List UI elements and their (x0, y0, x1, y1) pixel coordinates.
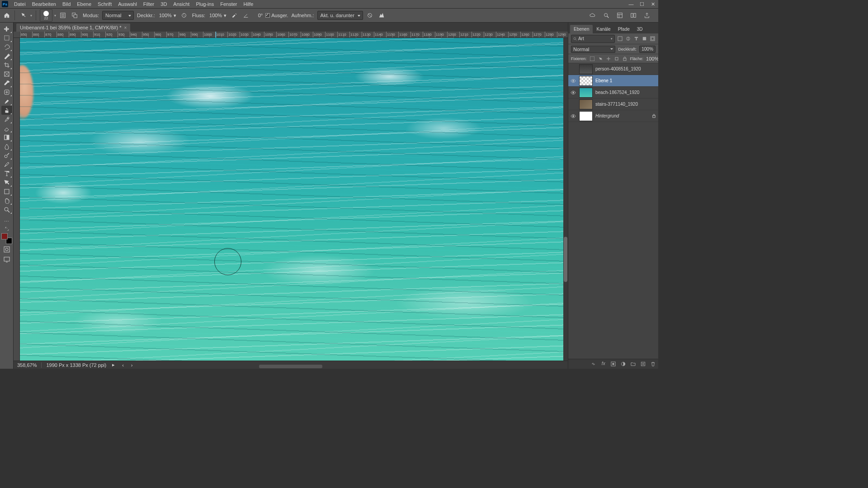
maximize-button[interactable]: ☐ (637, 0, 647, 8)
layer-row[interactable]: stairs-3771140_1920 (568, 99, 658, 110)
workspace-icon[interactable] (615, 10, 625, 20)
ruler-horizontal[interactable]: 8508608708808909009109209309409509609709… (20, 32, 568, 38)
menu-filter[interactable]: Filter (140, 0, 157, 8)
filter-adjust-icon[interactable] (625, 36, 631, 42)
layer-filter-select[interactable]: ▾ (571, 35, 615, 43)
zoom-readout[interactable]: 358,67% (17, 362, 37, 368)
layer-opacity-input[interactable]: 100% (639, 46, 656, 53)
menu-auswahl[interactable]: Auswahl (115, 0, 140, 8)
layer-fill-input[interactable]: 100% (646, 56, 658, 61)
layer-visibility-icon[interactable] (570, 89, 576, 96)
lock-all-icon[interactable] (622, 56, 627, 62)
layer-visibility-icon[interactable] (570, 101, 576, 108)
layer-style-icon[interactable]: fx (599, 361, 607, 368)
filter-type-icon[interactable] (633, 36, 639, 42)
scrollbar-thumb[interactable] (564, 237, 567, 282)
layer-mask-icon[interactable] (609, 361, 617, 368)
blend-mode-select[interactable]: Normal (102, 11, 134, 20)
menu-ansicht[interactable]: Ansicht (170, 0, 193, 8)
tool-eraser[interactable] (1, 124, 12, 133)
tool-move[interactable] (1, 24, 12, 33)
foreground-color[interactable] (1, 233, 8, 239)
canvas[interactable] (20, 38, 563, 361)
menu-plug-ins[interactable]: Plug-ins (193, 0, 217, 8)
filter-shape-icon[interactable] (641, 36, 647, 42)
layer-visibility-icon[interactable] (570, 113, 576, 119)
tool-brush[interactable] (1, 97, 12, 106)
layer-name[interactable]: Hintergrund (595, 113, 649, 118)
tool-dodge[interactable] (1, 151, 12, 160)
close-button[interactable]: ✕ (647, 0, 658, 8)
tool-hand[interactable] (1, 196, 12, 205)
opacity-input[interactable] (158, 13, 173, 18)
menu-hilfe[interactable]: Hilfe (240, 0, 256, 8)
layer-name[interactable]: person-4008516_1920 (595, 66, 656, 71)
group-icon[interactable] (629, 361, 637, 368)
lock-artboard-icon[interactable] (614, 56, 619, 62)
home-button[interactable] (3, 11, 11, 19)
menu-3d[interactable]: 3D (157, 0, 170, 8)
tool-wand[interactable] (1, 52, 12, 61)
menu-fenster[interactable]: Fenster (217, 0, 240, 8)
ruler-vertical[interactable] (14, 38, 20, 361)
layer-thumbnail[interactable] (579, 88, 593, 98)
layer-row[interactable]: Hintergrund (568, 110, 658, 122)
panel-tab-ebenen[interactable]: Ebenen (570, 25, 593, 33)
layer-name[interactable]: Ebene 1 (595, 78, 656, 83)
menu-ebene[interactable]: Ebene (74, 0, 94, 8)
aligned-checkbox[interactable]: Ausger. (265, 13, 288, 18)
tool-clone[interactable] (1, 106, 12, 115)
layer-filter-input[interactable] (578, 36, 609, 41)
status-next-icon[interactable]: › (130, 362, 134, 368)
lock-pixels-icon[interactable] (590, 56, 595, 62)
clone-source-icon[interactable] (70, 10, 80, 20)
opacity-chevron-icon[interactable]: ▾ (173, 11, 177, 19)
status-prev-icon[interactable]: ‹ (121, 362, 125, 368)
layer-thumbnail[interactable] (579, 64, 593, 74)
tool-lasso[interactable] (1, 42, 12, 52)
layer-visibility-icon[interactable] (570, 66, 576, 72)
link-layers-icon[interactable] (590, 361, 597, 368)
lock-position-icon[interactable] (598, 56, 603, 62)
color-swatches[interactable] (1, 233, 12, 244)
brush-preset-picker[interactable]: 22 (40, 9, 52, 22)
angle-input[interactable] (253, 13, 264, 18)
menu-schrift[interactable]: Schrift (94, 0, 115, 8)
adjustment-layer-icon[interactable] (619, 361, 627, 368)
brush-settings-icon[interactable] (58, 10, 68, 20)
panel-tab-3d[interactable]: 3D (633, 25, 646, 33)
layer-thumbnail[interactable] (579, 99, 593, 109)
panel-tab-kanäle[interactable]: Kanäle (593, 25, 614, 33)
layer-thumbnail[interactable] (579, 76, 593, 86)
screenmode-icon[interactable] (1, 255, 12, 264)
cloud-icon[interactable] (588, 10, 598, 20)
ignore-adjustment-icon[interactable] (365, 10, 375, 20)
share-icon[interactable] (642, 10, 652, 20)
scrollbar-vertical[interactable] (563, 38, 568, 361)
minimize-button[interactable]: — (626, 0, 637, 8)
tool-history-brush[interactable] (1, 115, 12, 124)
pressure-opacity-icon[interactable] (179, 10, 189, 20)
sample-select[interactable]: Akt. u. darunter (317, 11, 363, 20)
layer-row[interactable]: person-4008516_1920 (568, 63, 658, 75)
tool-blur[interactable] (1, 142, 12, 151)
layer-row[interactable]: Ebene 1 (568, 75, 658, 87)
close-tab-icon[interactable]: × (124, 25, 127, 30)
layer-thumbnail[interactable] (579, 111, 593, 121)
filter-smart-icon[interactable] (649, 36, 656, 42)
tool-eyedropper[interactable] (1, 79, 12, 88)
more-tools-icon[interactable]: ⋯ (1, 217, 12, 226)
layer-visibility-icon[interactable] (570, 78, 576, 84)
layer-row[interactable]: beach-1867524_1920 (568, 87, 658, 99)
tool-type[interactable] (1, 169, 12, 178)
status-flyout-icon[interactable]: ▸ (111, 362, 116, 368)
new-layer-icon[interactable] (639, 361, 646, 368)
search-icon[interactable] (601, 10, 611, 20)
tool-crop[interactable] (1, 61, 12, 70)
swap-colors-icon[interactable] (1, 227, 12, 231)
delete-layer-icon[interactable] (649, 361, 656, 368)
panel-tab-pfade[interactable]: Pfade (614, 25, 633, 33)
lock-image-icon[interactable] (606, 56, 611, 62)
tool-healing[interactable] (1, 88, 12, 97)
tool-shape[interactable] (1, 187, 12, 196)
